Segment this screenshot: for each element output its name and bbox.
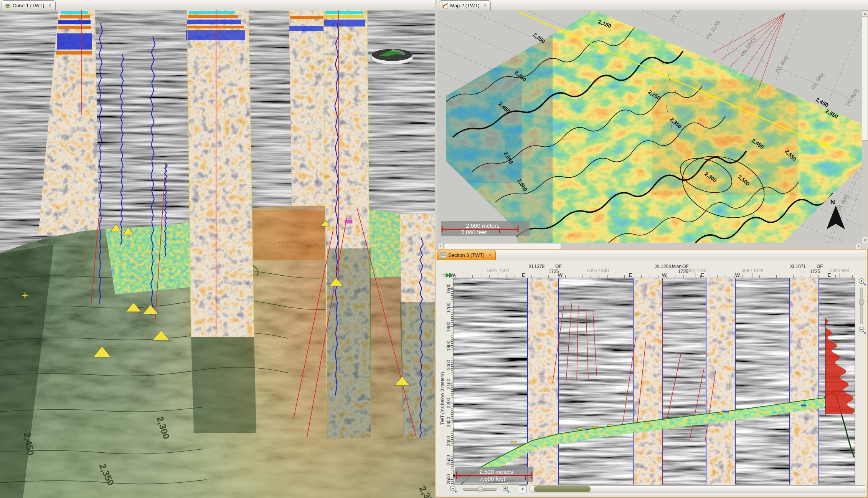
twt-tick-label: 1800 [446,322,451,332]
zoom-out-icon[interactable] [449,485,458,493]
trace-label: 509 / 1340 [587,268,609,273]
tab-section-close-icon[interactable]: ✕ [488,253,493,258]
well-xl-label: XL1378 [529,264,545,269]
well-log-column [633,278,662,485]
well-xl-label: XL120IUsion [655,264,682,269]
cube-section-curtain-4[interactable] [323,10,371,438]
tab-map-close-icon[interactable]: ✕ [483,3,488,8]
orientation-letter: E [522,272,525,278]
map-scalebar: 2,000 meters 5,000 feet [441,221,530,236]
twt-tick-label: 1700 [446,303,451,313]
trace-label: 509 / 1020 [742,268,764,273]
section-scalebar: 2,500 meters 7,500 feet [455,467,533,482]
map-scroll-down-icon[interactable]: ∨ [862,237,868,243]
tab-cube[interactable]: Cube 1 (TWT) ✕ [2,0,56,10]
cube-section-curtain-right[interactable] [400,214,435,438]
twt-tick-label: 1600 [446,283,451,294]
twt-axis-title: TWT (ms below 0 meters) [440,372,445,425]
map-tabbar: Map 2 (TWT) ✕ [437,0,868,11]
section-icon [440,252,446,258]
twt-tick-label: 2100 [446,379,451,389]
section-seismic-plot[interactable]: 2,500 meters 7,500 feet [453,278,855,485]
horizontal-zoom-slider-thumb[interactable] [478,486,484,492]
orientation-letter: E [701,272,704,278]
section-panel: Section 3 (TWT) ✕ [435,249,868,498]
map-scalebar-meters: 2,000 meters [466,222,500,229]
section-horizontal-scrollbar[interactable] [530,485,867,493]
well-suffix-label: OF [555,264,562,269]
well-log-column [528,278,558,485]
section-bottom-toolbar: < [436,485,867,494]
cube-panel: Cube 1 (TWT) ✕ [0,0,435,498]
compass-disc-icon[interactable] [371,49,413,65]
app-window: { "tabs": { "cube": {"label": "Cube 1 (T… [0,0,868,498]
map-scroll-up-icon[interactable]: ∧ [862,10,868,17]
orientation-letter: E [629,272,632,278]
tab-section[interactable]: Section 3 (TWT) ✕ [437,250,496,260]
orientation-letter: W [662,272,667,278]
horizontal-zoom-slider-track[interactable] [463,488,497,491]
section-scalebar-feet: 7,500 feet [480,475,506,482]
tab-section-label: Section 3 (TWT) [448,252,485,258]
well-xl-label: XL1071 [790,264,806,269]
trace-label: 509 / 1500 [487,268,509,273]
tab-cube-label: Cube 1 (TWT) [13,3,44,8]
orientation-letter: E [828,272,831,278]
north-label: N [830,199,835,206]
cube-tabbar: Cube 1 (TWT) ✕ [0,0,435,11]
orientation-letter: W [558,272,563,278]
section-hscroll-thumb[interactable] [534,486,591,492]
well-suffix-label: OF [817,264,823,269]
section-scroll-left-button[interactable]: < [519,485,526,493]
well-depth-label: 1725 [810,269,820,274]
section-status-strip [436,494,867,497]
cube-section-curtain-2[interactable] [186,10,256,433]
twt-tick-label: 2400 [446,436,451,446]
vertical-zoom-slider-thumb[interactable] [859,299,864,304]
map-panel: Map 2 (TWT) ✕ [437,0,868,250]
twt-tick-label: 2600 [446,474,451,484]
section-tabbar: Section 3 (TWT) ✕ [436,250,867,261]
twt-tick-label: 2300 [446,417,451,427]
tab-cube-close-icon[interactable]: ✕ [47,3,52,8]
map-scalebar-feet: 5,000 feet [461,229,487,235]
map-2d-view[interactable]: 2,150 2,250 2,350 2,450 2,550 2,500 2,25… [437,10,862,243]
well-depth-label: 1725 [549,269,559,274]
orientation-letter: W [735,272,740,278]
twt-tick-label: 2000 [446,360,451,370]
vertical-zoom-slider-track[interactable] [860,288,863,323]
well-log-column [790,278,819,485]
cube-3d-view[interactable]: 2,450 2,350 2,300 2,350 [0,10,435,498]
map-vscroll-thumb[interactable] [862,17,868,141]
tab-map-label: Map 2 (TWT) [450,3,480,8]
trace-label: 509 / 860 [830,268,849,273]
twt-tick-label: 1900 [446,341,451,351]
cube-icon [5,3,11,9]
map-icon [442,3,448,9]
zoom-in-icon[interactable] [502,485,510,493]
map-vertical-scrollbar[interactable]: ∧ ∨ [862,10,868,243]
section-scalebar-meters: 2,500 meters [479,468,513,475]
well-log-column [706,278,735,485]
twt-tick-label: 2200 [446,398,451,408]
map-section-handle[interactable] [709,94,713,98]
twt-tick-label: 2500 [446,455,451,465]
tab-map[interactable]: Map 2 (TWT) ✕ [439,0,491,10]
section-view[interactable]: XL1378 OF 1725 XL120IUsion OF 1725 XL107… [436,260,867,485]
